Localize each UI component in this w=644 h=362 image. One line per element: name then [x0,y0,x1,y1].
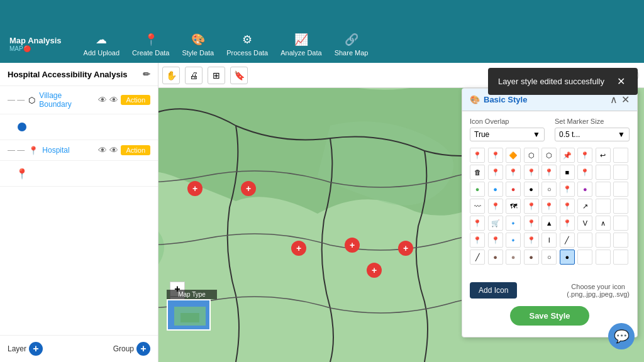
icon-cell-pin8[interactable]: 📍 [541,165,557,180]
icon-cell-green-circle[interactable]: ● [470,182,485,197]
icon-cell-empty13[interactable] [596,250,611,265]
icon-cell-arrow[interactable]: ↗ [577,199,592,214]
icon-cell-red-circle[interactable]: ● [506,182,521,197]
edit-title-icon[interactable]: ✏ [143,69,150,79]
icon-overlap-select[interactable]: True ▼ [470,128,545,141]
icon-cell-empty3[interactable] [613,165,628,180]
icon-cell-white-circle2[interactable]: ○ [541,250,557,265]
icon-cell-triangle[interactable]: ▲ [541,216,557,231]
icon-cell-pin10[interactable]: 📍 [560,182,575,197]
map-type-thumbnail[interactable] [167,299,211,331]
icon-cell-pin19[interactable]: 📍 [488,233,503,248]
icon-cell-pin7[interactable]: 📍 [524,165,539,180]
icon-cell-brown2[interactable]: ● [506,250,521,265]
village-visibility-icon[interactable]: 👁 [98,95,107,105]
village-action-btn[interactable]: Action [121,95,150,105]
icon-cell-pin5[interactable]: 📍 [488,165,503,180]
icon-cell-white-circle[interactable]: ○ [541,182,557,197]
icon-cell-pin1[interactable]: 📍 [470,148,485,163]
icon-cell-pin14[interactable]: 📍 [560,199,575,214]
print-btn[interactable]: 🖨 [185,67,203,84]
toast-close-btn[interactable]: ✕ [617,75,625,87]
icon-cell-pin9[interactable]: 📍 [577,165,592,180]
icon-cell-pin2[interactable]: 📍 [488,148,503,163]
icon-cell-empty6[interactable] [596,199,611,214]
icon-cell-brown1[interactable]: ● [488,250,503,265]
add-group-btn[interactable]: Group + [113,342,150,356]
icon-cell-empty11[interactable] [613,233,628,248]
hospital-visibility-icon[interactable]: 👁 [98,145,107,155]
icon-cell-diamond3[interactable]: 🔹 [506,233,521,248]
icon-cell-pin16[interactable]: 📍 [524,216,539,231]
icon-cell-empty12[interactable] [577,250,592,265]
icon-cell-hex2[interactable]: ⬡ [541,148,557,163]
icon-cell-slash[interactable]: ╱ [560,233,575,248]
icon-cell-empty10[interactable] [596,233,611,248]
icon-cell-empty7[interactable] [613,199,628,214]
icon-cell-diamond2[interactable]: 🔹 [506,216,521,231]
village-boundary-icon: ⬡ [28,96,35,105]
toolbar-analyze-data[interactable]: 📈 Analyze Data [280,32,321,57]
toolbar-add-upload[interactable]: ☁ Add Upload [84,32,120,57]
icon-cell-empty14[interactable] [613,250,628,265]
icon-cell-brown3[interactable]: ● [524,250,539,265]
map-type-box[interactable]: Map Type [167,290,217,331]
add-layer-plus-icon[interactable]: + [29,342,43,356]
add-layer-btn[interactable]: Layer + [8,342,43,356]
icon-cell-purple-circle[interactable]: ● [577,182,592,197]
icon-cell-empty2[interactable] [596,165,611,180]
icon-cell-pin11[interactable]: 📍 [488,199,503,214]
icon-cell-empty5[interactable] [613,182,628,197]
save-style-btn[interactable]: Save Style [510,306,589,326]
bookmark-btn[interactable]: 🔖 [230,67,248,84]
icon-cell-hex1[interactable]: ⬡ [524,148,539,163]
collapse-btn[interactable]: ∧ [610,94,618,106]
add-icon-btn[interactable]: Add Icon [470,282,517,299]
icon-cell-pin3[interactable]: 📌 [560,148,575,163]
icon-cell-pin6[interactable]: 📍 [506,165,521,180]
chat-bubble-btn[interactable]: 💬 [608,323,635,349]
toolbar-process-data[interactable]: ⚙ Process Data [226,32,268,57]
icon-cell-trash[interactable]: 🗑 [470,165,485,180]
icon-cell-pin4[interactable]: 📍 [577,148,592,163]
icon-cell-wave[interactable]: 〰 [470,199,485,214]
icon-cell-pin17[interactable]: 📍 [560,216,575,231]
hospital-eye-open-icon[interactable]: 👁 [109,145,118,155]
village-eye-open-icon[interactable]: 👁 [109,95,118,105]
toolbar-create-data[interactable]: 📍 Create Data [132,32,169,57]
icon-overlap-label: Icon Overlap [470,118,545,125]
icon-cell-black-circle[interactable]: ● [524,182,539,197]
icon-cell-i[interactable]: I [541,233,557,248]
layer-item-hospital: — — 📍 Hospital 👁 👁 Action [0,140,158,161]
icon-cell-cart[interactable]: 🛒 [488,216,503,231]
layers-btn[interactable]: ⊞ [208,67,225,84]
icon-cell-black-circle2[interactable]: ● [560,250,575,265]
icon-cell-pin13[interactable]: 📍 [541,199,557,214]
icon-cell-slash2[interactable]: ╱ [470,250,485,265]
marker-size-col: Set Marker Size 0.5 t... ▼ [555,118,630,141]
icon-cell-empty8[interactable] [613,216,628,231]
icon-cell-pin15[interactable]: 📍 [470,216,485,231]
add-group-plus-icon[interactable]: + [136,342,150,356]
toolbar-style-data[interactable]: 🎨 Style Data [182,32,214,57]
icon-cell-diamond[interactable]: 🔶 [506,148,521,163]
icon-cell-pin20[interactable]: 📍 [524,233,539,248]
marker-size-select[interactable]: 0.5 t... ▼ [555,128,630,141]
close-panel-btn[interactable]: ✕ [621,94,630,106]
icon-cell-square[interactable]: ■ [560,165,575,180]
icon-cell-undo[interactable]: ↩ [596,148,611,163]
icon-cell-v[interactable]: V [577,216,592,231]
hand-tool-btn[interactable]: ✋ [162,67,180,84]
icon-cell-pin18[interactable]: 📍 [470,233,485,248]
icon-cell-caret[interactable]: ∧ [596,216,611,231]
icon-cell-blue-circle[interactable]: ● [488,182,503,197]
icon-cell-empty1[interactable] [613,148,628,163]
hospital-action-btn[interactable]: Action [121,145,150,155]
app-logo: Map Analysis MAP🔴 [9,36,62,52]
icon-cell-map[interactable]: 🗺 [506,199,521,214]
icon-cell-empty9[interactable] [577,233,592,248]
svg-text:+: + [372,265,377,275]
icon-cell-pin12[interactable]: 📍 [524,199,539,214]
toolbar-share-map[interactable]: 🔗 Share Map [335,32,369,57]
icon-cell-empty4[interactable] [596,182,611,197]
